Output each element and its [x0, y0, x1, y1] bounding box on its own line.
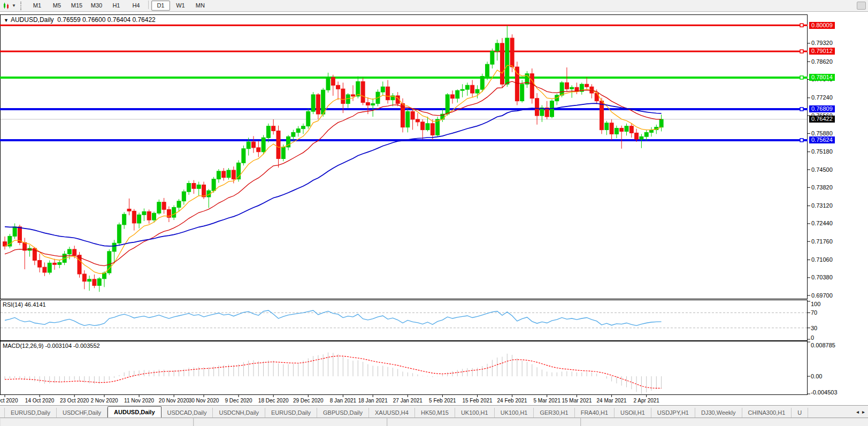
- time-axis-label: 5 Oct 2020: [0, 398, 18, 404]
- chart-tab-audusd-daily[interactable]: AUDUSD,Daily: [107, 406, 161, 417]
- chart-tab-uk100-h1[interactable]: UK100,H1: [455, 408, 495, 417]
- tab-scroll-left-icon[interactable]: ◂: [855, 409, 861, 415]
- rsi-axis-label: 30: [811, 325, 817, 331]
- chart-tab-uk100-h1[interactable]: UK100,H1: [495, 408, 534, 417]
- time-axis-label: 24 Mar 2021: [597, 398, 627, 404]
- price-axis-tick: 0.73120: [811, 202, 833, 209]
- status-segment: [0, 418, 194, 426]
- status-segment: [194, 418, 387, 426]
- time-axis-label: 29 Dec 2020: [293, 398, 324, 404]
- chart-tab-usoil-h1[interactable]: USOil,H1: [614, 408, 651, 417]
- chart-tab-bar: EURUSD,DailyUSDCHF,DailyAUDUSD,DailyUSDC…: [0, 405, 868, 417]
- current-price-label: 0.76422: [809, 116, 835, 123]
- price-axis-tick: 0.71060: [811, 256, 833, 263]
- price-axis-tick: 0.75880: [811, 130, 833, 136]
- level-price-label: 0.78014: [809, 74, 835, 81]
- chart-tab-ger30-h1[interactable]: GER30,H1: [534, 408, 574, 417]
- price-axis-tick: 0.78620: [811, 58, 833, 65]
- time-axis-label: 5 Feb 2021: [429, 398, 456, 404]
- price-axis-tick: 0.73820: [811, 184, 833, 191]
- time-axis-label: 24 Feb 2021: [497, 398, 527, 404]
- time-axis-label: 23 Oct 2020: [60, 398, 89, 404]
- chart-tab-xauusd-h4[interactable]: XAUUSD,H4: [369, 408, 415, 417]
- price-axis-tick: 0.74500: [811, 166, 833, 173]
- level-price-label: 0.75624: [809, 136, 835, 143]
- price-axis-tick: 0.75180: [811, 148, 833, 155]
- price-axis-tick: 0.70380: [811, 274, 833, 280]
- time-axis-label: 5 Mar 2021: [533, 398, 560, 404]
- tab-scroll-arrows: ◂▸: [855, 406, 868, 417]
- macd-axis-label: -0.004503: [811, 389, 838, 395]
- price-axis-tick: 0.71760: [811, 238, 833, 245]
- time-axis-label: 15 Mar 2021: [562, 398, 592, 404]
- status-segment: [387, 418, 581, 426]
- chart-tab-usdjpy-h1[interactable]: USDJPY,H1: [651, 408, 695, 417]
- chart-tab-dj30-weekly[interactable]: DJ30,Weekly: [695, 408, 742, 417]
- time-axis-label: 2 Nov 2020: [90, 398, 118, 404]
- chart-tab-usdcnh-daily[interactable]: USDCNH,Daily: [213, 408, 265, 417]
- macd-axis-label: 0.008785: [811, 342, 835, 348]
- chart-tab-gbpusd-daily[interactable]: GBPUSD,Daily: [317, 408, 369, 417]
- level-price-label: 0.76809: [809, 105, 835, 112]
- time-axis-label: 18 Jan 2021: [358, 398, 388, 404]
- chart-tab-eurusd-daily[interactable]: EURUSD,Daily: [265, 408, 317, 417]
- time-axis-label: 30 Nov 2020: [189, 398, 219, 404]
- price-axis-tick: 0.69700: [811, 292, 833, 299]
- time-axis-label: 20 Nov 2020: [159, 398, 189, 404]
- macd-axis-label: 0.00: [811, 373, 822, 379]
- time-axis-label: 18 Dec 2020: [258, 398, 289, 404]
- chart-tab-u[interactable]: U: [792, 408, 808, 417]
- macd-indicator-label: MACD(12,26,9) -0.003104 -0.003552: [3, 343, 100, 349]
- level-price-label: 0.79012: [809, 48, 835, 55]
- time-axis-label: 27 Jan 2021: [393, 398, 423, 404]
- level-price-label: 0.80009: [809, 22, 835, 29]
- status-segment: [581, 418, 868, 426]
- rsi-axis-label: 100: [811, 301, 820, 307]
- chart-ohlc-quote: 0.76559 0.76600 0.76404 0.76422: [57, 16, 156, 24]
- time-axis-label: 9 Dec 2020: [225, 398, 252, 404]
- chart-title: ▼AUDUSD,Daily 0.76559 0.76600 0.76404 0.…: [4, 16, 156, 24]
- chart-tab-hk50-m15[interactable]: HK50,M15: [415, 408, 455, 417]
- chart-tab-fra40-h1[interactable]: FRA40,H1: [575, 408, 614, 417]
- rsi-indicator-label: RSI(14) 46.4141: [3, 301, 46, 308]
- chart-tab-usdchf-daily[interactable]: USDCHF,Daily: [57, 408, 107, 417]
- time-axis-label: 11 Nov 2020: [124, 398, 154, 404]
- symbol-dropdown-icon[interactable]: ▼: [4, 18, 9, 23]
- time-axis-label: 8 Jan 2021: [330, 398, 357, 404]
- time-axis-label: 15 Feb 2021: [462, 398, 492, 404]
- chart-tab-eurusd-daily[interactable]: EURUSD,Daily: [4, 408, 57, 417]
- chart-symbol-period: AUDUSD,Daily: [11, 16, 54, 24]
- terminal-window: ▼ M1M5M15M30H1H4D1W1MN ▼AUDUSD,Daily 0.7…: [0, 0, 868, 426]
- status-bar: [0, 417, 868, 426]
- rsi-axis-label: 0: [811, 334, 814, 341]
- time-axis-label: 2 Apr 2021: [634, 398, 659, 404]
- chart-tab-china300-h1[interactable]: CHINA300,H1: [742, 408, 792, 417]
- rsi-axis-label: 70: [811, 309, 817, 316]
- chart-canvas[interactable]: [0, 0, 868, 426]
- chart-tab-usdcad-daily[interactable]: USDCAD,Daily: [162, 408, 213, 417]
- time-axis-label: 14 Oct 2020: [25, 398, 54, 404]
- tab-scroll-right-icon[interactable]: ▸: [861, 409, 866, 415]
- price-axis-tick: 0.79320: [811, 40, 833, 46]
- price-axis-tick: 0.72440: [811, 220, 833, 226]
- price-axis-tick: 0.77240: [811, 94, 833, 101]
